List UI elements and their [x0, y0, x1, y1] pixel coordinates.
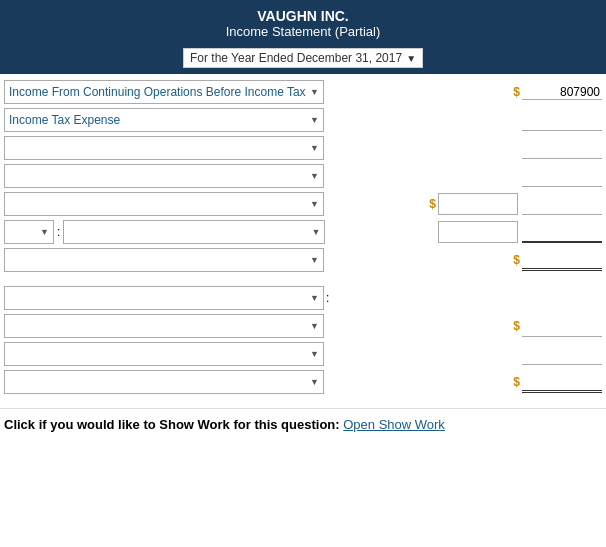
row8-colon: : — [326, 291, 329, 305]
row5-input-mid[interactable] — [438, 193, 518, 215]
row7-arrow: ▼ — [310, 255, 319, 265]
row11: ▼ $ — [4, 370, 602, 394]
row10-dropdown[interactable]: ▼ — [4, 342, 324, 366]
income-before-tax-dollar: $ — [513, 85, 520, 99]
row5-dropdown[interactable]: ▼ — [4, 192, 324, 216]
income-before-tax-value: 807900 — [522, 85, 602, 100]
row3: ▼ — [4, 136, 602, 160]
row11-dollar: $ — [513, 375, 520, 389]
row6-colon: : — [57, 225, 60, 239]
company-name: VAUGHN INC. — [4, 8, 602, 24]
income-tax-row: Income Tax Expense ▼ — [4, 108, 602, 132]
row4-arrow: ▼ — [310, 171, 319, 181]
income-tax-input[interactable] — [522, 109, 602, 131]
report-subtitle: Income Statement (Partial) — [4, 24, 602, 39]
row3-dropdown[interactable]: ▼ — [4, 136, 324, 160]
row9: ▼ $ — [4, 314, 602, 338]
row7: ▼ $ — [4, 248, 602, 272]
row4-input[interactable] — [522, 165, 602, 187]
row6-large-arrow: ▼ — [311, 227, 320, 237]
row7-dollar: $ — [513, 253, 520, 267]
row6-input-right[interactable] — [522, 221, 602, 243]
row10-input[interactable] — [522, 343, 602, 365]
income-before-tax-arrow: ▼ — [310, 87, 319, 97]
row9-arrow: ▼ — [310, 321, 319, 331]
row4: ▼ — [4, 164, 602, 188]
main-content: Income From Continuing Operations Before… — [0, 74, 606, 404]
row9-dropdown[interactable]: ▼ — [4, 314, 324, 338]
row11-input[interactable] — [522, 371, 602, 393]
row9-dollar: $ — [513, 319, 520, 333]
row11-dropdown[interactable]: ▼ — [4, 370, 324, 394]
period-selector[interactable]: For the Year Ended December 31, 2017 ▼ — [183, 48, 423, 68]
row6-small-dropdown[interactable]: ▼ — [4, 220, 54, 244]
period-label: For the Year Ended December 31, 2017 — [190, 51, 402, 65]
row10-arrow: ▼ — [310, 349, 319, 359]
row4-dropdown[interactable]: ▼ — [4, 164, 324, 188]
row9-input[interactable] — [522, 315, 602, 337]
income-before-tax-dropdown[interactable]: Income From Continuing Operations Before… — [4, 80, 324, 104]
row5-input-right[interactable] — [522, 193, 602, 215]
row10: ▼ — [4, 342, 602, 366]
row8: ▼ : — [4, 286, 602, 310]
row11-arrow: ▼ — [310, 377, 319, 387]
row6-input-mid[interactable] — [438, 221, 518, 243]
footer-text: Click if you would like to Show Work for… — [4, 417, 340, 432]
row5-dollar: $ — [429, 197, 436, 211]
row6-large-dropdown[interactable]: ▼ — [63, 220, 325, 244]
open-show-work-link[interactable]: Open Show Work — [343, 417, 445, 432]
footer: Click if you would like to Show Work for… — [0, 408, 606, 436]
header: VAUGHN INC. Income Statement (Partial) F… — [0, 0, 606, 74]
row8-dropdown[interactable]: ▼ — [4, 286, 324, 310]
row3-arrow: ▼ — [310, 143, 319, 153]
row8-arrow: ▼ — [310, 293, 319, 303]
row3-input[interactable] — [522, 137, 602, 159]
period-arrow[interactable]: ▼ — [406, 53, 416, 64]
income-tax-arrow: ▼ — [310, 115, 319, 125]
income-before-tax-label: Income From Continuing Operations Before… — [9, 85, 308, 99]
row6: ▼ : ▼ — [4, 220, 602, 244]
row7-input[interactable] — [522, 249, 602, 271]
income-tax-dropdown[interactable]: Income Tax Expense ▼ — [4, 108, 324, 132]
income-before-tax-row: Income From Continuing Operations Before… — [4, 80, 602, 104]
row7-dropdown[interactable]: ▼ — [4, 248, 324, 272]
row6-small-arrow: ▼ — [40, 227, 49, 237]
row5: ▼ $ — [4, 192, 602, 216]
row5-arrow: ▼ — [310, 199, 319, 209]
income-tax-label: Income Tax Expense — [9, 113, 308, 127]
